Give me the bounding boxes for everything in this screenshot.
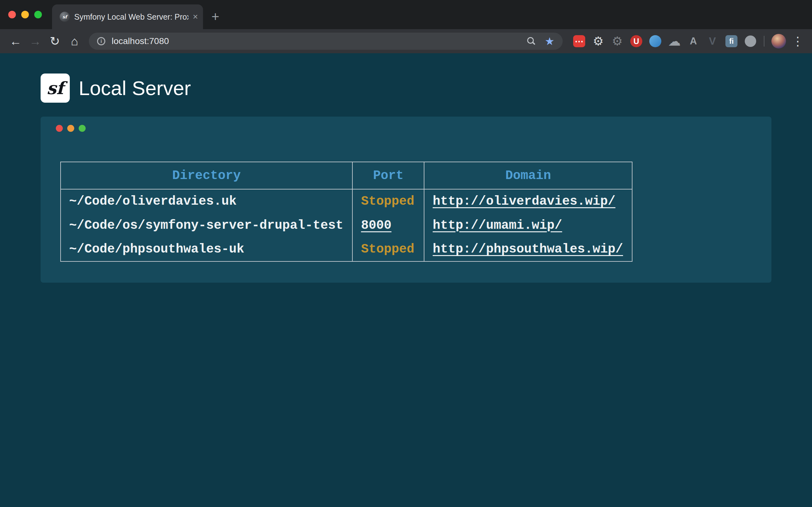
bookmark-star-icon[interactable]: ★ [545,36,554,47]
brand-header: sf Local Server [41,73,771,103]
header-port: Port [352,162,424,189]
red-dots-extension-icon[interactable]: ⋯ [570,32,589,51]
table-row: ~/Code/phpsouthwales-uk Stopped http://p… [61,237,632,262]
table-row: ~/Code/os/symfony-server-drupal-test 800… [61,213,632,237]
ublock-extension-icon[interactable]: U [627,32,646,51]
browser-toolbar: ← → ↻ ⌂ i localhost:7080 ★ ⋯ ⚙ ⚙ U ☁ A V… [0,29,812,53]
new-tab-button[interactable]: + [206,8,224,26]
directory-cell: ~/Code/os/symfony-server-drupal-test [61,213,352,237]
table-row: ~/Code/oliverdavies.uk Stopped http://ol… [61,189,632,213]
window-controls [8,11,42,18]
terminal-orange-dot [67,125,74,132]
window-close-button[interactable] [8,11,16,18]
servers-table: Directory Port Domain ~/Code/oliverdavie… [60,162,632,262]
terminal-card: Directory Port Domain ~/Code/oliverdavie… [41,117,771,283]
port-link[interactable]: 8000 [361,218,392,233]
browser-menu-icon[interactable]: ⋮ [789,33,806,50]
window-minimize-button[interactable] [21,11,29,18]
url-text: localhost:7080 [112,36,169,46]
port-status: Stopped [352,189,424,213]
profile-avatar[interactable] [771,34,786,49]
letter-a-extension-icon[interactable]: A [684,32,703,51]
zoom-magnifier-icon[interactable] [527,37,536,45]
terminal-red-dot [56,125,63,132]
domain-link[interactable]: http://phpsouthwales.wip/ [433,242,623,257]
page-content: sf Local Server Directory Port Domain ~/… [0,53,812,507]
domain-link[interactable]: http://umami.wip/ [433,218,562,233]
domain-link[interactable]: http://oliverdavies.wip/ [433,194,615,209]
domain-cell: http://oliverdavies.wip/ [424,189,632,213]
table-header-row: Directory Port Domain [61,162,632,189]
terminal-green-dot [79,125,86,132]
blue-circle-extension-icon[interactable] [646,32,665,51]
header-domain: Domain [424,162,632,189]
browser-tab[interactable]: sf Symfony Local Web Server: Prox × [52,4,203,29]
tab-strip: sf Symfony Local Web Server: Prox × + [0,0,812,29]
window-zoom-button[interactable] [34,11,42,18]
address-bar[interactable]: i localhost:7080 ★ [89,33,563,50]
home-button[interactable]: ⌂ [65,32,84,51]
terminal-window-dots [56,125,756,132]
extensions-bar: ⋯ ⚙ ⚙ U ☁ A V fi [570,32,760,51]
port-status: Stopped [352,237,424,262]
tab-close-icon[interactable]: × [193,12,198,21]
page-title: Local Server [79,77,191,100]
cloud-extension-icon[interactable]: ☁ [665,32,684,51]
symfony-logo: sf [41,73,70,103]
reload-button[interactable]: ↻ [45,32,65,51]
browser-window: sf Symfony Local Web Server: Prox × + ← … [0,0,812,53]
directory-cell: ~/Code/oliverdavies.uk [61,189,352,213]
toolbar-divider [764,36,764,47]
port-link-cell: 8000 [352,213,424,237]
symfony-favicon-icon: sf [60,12,70,22]
domain-cell: http://phpsouthwales.wip/ [424,237,632,262]
tab-title: Symfony Local Web Server: Prox [74,12,189,21]
gear-light-extension-icon[interactable]: ⚙ [589,32,608,51]
domain-cell: http://umami.wip/ [424,213,632,237]
gear-dark-extension-icon[interactable]: ⚙ [608,32,627,51]
github-octocat-extension-icon[interactable] [741,32,760,51]
directory-cell: ~/Code/phpsouthwales-uk [61,237,352,262]
site-info-icon[interactable]: i [97,37,105,45]
forward-button[interactable]: → [26,32,45,51]
back-button[interactable]: ← [6,32,26,51]
header-directory: Directory [61,162,352,189]
letter-v-extension-icon[interactable]: V [703,32,722,51]
fi-extension-icon[interactable]: fi [722,32,741,51]
